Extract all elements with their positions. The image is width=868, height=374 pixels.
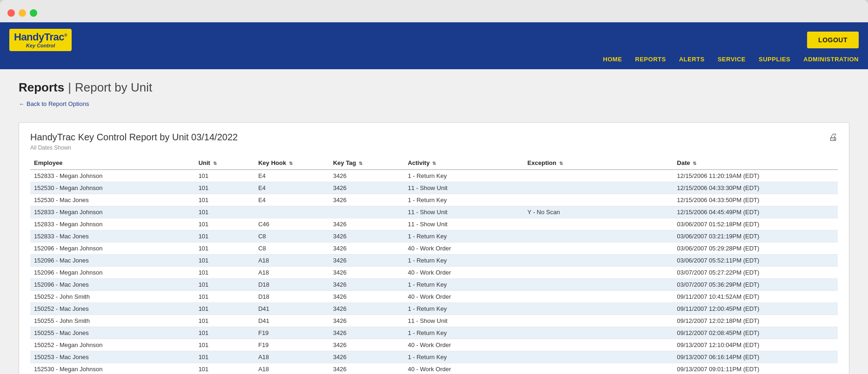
cell-date: 03/06/2007 03:21:19PM (EDT) <box>673 230 838 243</box>
cell-employee: 152833 - Megan Johnson <box>30 206 195 218</box>
cell-keytag: 3426 <box>329 327 404 339</box>
dot-red[interactable] <box>7 9 15 17</box>
logout-button[interactable]: LOGOUT <box>807 32 859 48</box>
cell-date: 03/07/2007 05:36:29PM (EDT) <box>673 279 838 291</box>
cell-keyhook: F19 <box>254 339 329 351</box>
dot-green[interactable] <box>30 9 37 17</box>
cell-unit: 101 <box>195 279 255 291</box>
cell-keytag: 3426 <box>329 267 404 279</box>
cell-employee: 152833 - Megan Johnson <box>30 170 195 182</box>
cell-exception <box>524 291 673 303</box>
cell-unit: 101 <box>195 303 255 315</box>
cell-activity: 40 - Work Order <box>404 363 524 374</box>
cell-date: 03/07/2007 05:27:22PM (EDT) <box>673 267 838 279</box>
cell-date: 12/15/2006 04:33:50PM (EDT) <box>673 194 838 206</box>
table-row: 150253 - Mac Jones101A1834261 - Return K… <box>30 351 838 363</box>
cell-activity: 1 - Return Key <box>404 194 524 206</box>
cell-unit: 101 <box>195 243 255 255</box>
cell-keyhook: D18 <box>254 279 329 291</box>
cell-unit: 101 <box>195 291 255 303</box>
table-row: 152833 - Megan Johnson10111 - Show UnitY… <box>30 206 838 218</box>
top-navigation: HandyTrac® Key Control LOGOUT HOME REPOR… <box>0 22 868 69</box>
cell-employee: 150255 - John Smith <box>30 315 195 327</box>
cell-activity: 40 - Work Order <box>404 267 524 279</box>
cell-keyhook: A18 <box>254 351 329 363</box>
table-row: 152833 - Megan Johnson101C46342611 - Sho… <box>30 218 838 230</box>
cell-keyhook: C46 <box>254 218 329 230</box>
back-to-report-options-link[interactable]: ← Back to Report Options <box>19 100 89 107</box>
nav-service[interactable]: SERVICE <box>718 56 746 63</box>
table-row: 150252 - Megan Johnson101F19342640 - Wor… <box>30 339 838 351</box>
nav-reports[interactable]: REPORTS <box>635 56 666 63</box>
logo-text-bottom: Key Control <box>26 43 55 48</box>
cell-exception <box>524 230 673 243</box>
cell-keyhook: A18 <box>254 255 329 267</box>
cell-unit: 101 <box>195 363 255 374</box>
cell-date: 09/13/2007 09:01:11PM (EDT) <box>673 363 838 374</box>
app-wrapper: HandyTrac® Key Control LOGOUT HOME REPOR… <box>0 22 868 374</box>
cell-exception <box>524 363 673 374</box>
cell-employee: 152096 - Mac Jones <box>30 279 195 291</box>
cell-employee: 152833 - Mac Jones <box>30 230 195 243</box>
table-row: 152833 - Mac Jones101C834261 - Return Ke… <box>30 230 838 243</box>
cell-employee: 150252 - Megan Johnson <box>30 339 195 351</box>
cell-keytag: 3426 <box>329 279 404 291</box>
table-row: 150252 - John Smith101D18342640 - Work O… <box>30 291 838 303</box>
cell-keytag: 3426 <box>329 255 404 267</box>
cell-keytag: 3426 <box>329 243 404 255</box>
table-row: 152833 - Megan Johnson101E434261 - Retur… <box>30 170 838 182</box>
table-row: 150252 - Mac Jones101D4134261 - Return K… <box>30 303 838 315</box>
col-header-activity[interactable]: Activity ⇅ <box>404 157 524 170</box>
back-arrow-icon: ← <box>19 100 25 107</box>
col-header-exception[interactable]: Exception ⇅ <box>524 157 673 170</box>
report-title: HandyTrac Key Control Report by Unit 03/… <box>30 132 238 143</box>
cell-keyhook: D18 <box>254 291 329 303</box>
table-row: 150255 - John Smith101D41342611 - Show U… <box>30 315 838 327</box>
cell-date: 09/12/2007 02:08:45PM (EDT) <box>673 327 838 339</box>
cell-activity: 1 - Return Key <box>404 170 524 182</box>
cell-activity: 11 - Show Unit <box>404 182 524 194</box>
cell-unit: 101 <box>195 315 255 327</box>
cell-activity: 11 - Show Unit <box>404 218 524 230</box>
cell-keytag: 3426 <box>329 291 404 303</box>
cell-keyhook: E4 <box>254 194 329 206</box>
col-header-date[interactable]: Date ⇅ <box>673 157 838 170</box>
cell-unit: 101 <box>195 170 255 182</box>
cell-keytag: 3426 <box>329 230 404 243</box>
table-row: 152096 - Megan Johnson101A18342640 - Wor… <box>30 267 838 279</box>
dot-yellow[interactable] <box>19 9 26 17</box>
nav-home[interactable]: HOME <box>603 56 622 63</box>
col-header-unit[interactable]: Unit ⇅ <box>195 157 255 170</box>
cell-exception <box>524 243 673 255</box>
cell-keytag: 3426 <box>329 339 404 351</box>
cell-unit: 101 <box>195 182 255 194</box>
print-icon[interactable]: 🖨 <box>828 132 838 143</box>
cell-exception <box>524 315 673 327</box>
nav-administration[interactable]: ADMINISTRATION <box>803 56 859 63</box>
table-header: Employee Unit ⇅ Key Hook ⇅ Key Tag ⇅ Act… <box>30 157 838 170</box>
nav-supplies[interactable]: SUPPLIES <box>759 56 790 63</box>
cell-keyhook: D41 <box>254 315 329 327</box>
cell-exception <box>524 170 673 182</box>
nav-alerts[interactable]: ALERTS <box>679 56 705 63</box>
cell-activity: 1 - Return Key <box>404 230 524 243</box>
table-row: 152530 - Megan Johnson101A18342640 - Wor… <box>30 363 838 374</box>
cell-unit: 101 <box>195 351 255 363</box>
cell-unit: 101 <box>195 230 255 243</box>
col-header-keyhook[interactable]: Key Hook ⇅ <box>254 157 329 170</box>
browser-chrome <box>0 0 868 22</box>
cell-keytag: 3426 <box>329 218 404 230</box>
cell-exception <box>524 267 673 279</box>
col-header-keytag[interactable]: Key Tag ⇅ <box>329 157 404 170</box>
cell-employee: 152530 - Megan Johnson <box>30 182 195 194</box>
back-link-text: Back to Report Options <box>27 100 89 107</box>
nav-row-2: HOME REPORTS ALERTS SERVICE SUPPLIES ADM… <box>0 56 868 69</box>
cell-unit: 101 <box>195 327 255 339</box>
cell-activity: 40 - Work Order <box>404 291 524 303</box>
cell-activity: 40 - Work Order <box>404 243 524 255</box>
table-row: 150255 - Mac Jones101F1934261 - Return K… <box>30 327 838 339</box>
table-row: 152530 - Megan Johnson101E4342611 - Show… <box>30 182 838 194</box>
cell-employee: 150252 - Mac Jones <box>30 303 195 315</box>
cell-date: 09/11/2007 10:41:52AM (EDT) <box>673 291 838 303</box>
report-table: Employee Unit ⇅ Key Hook ⇅ Key Tag ⇅ Act… <box>30 157 838 374</box>
